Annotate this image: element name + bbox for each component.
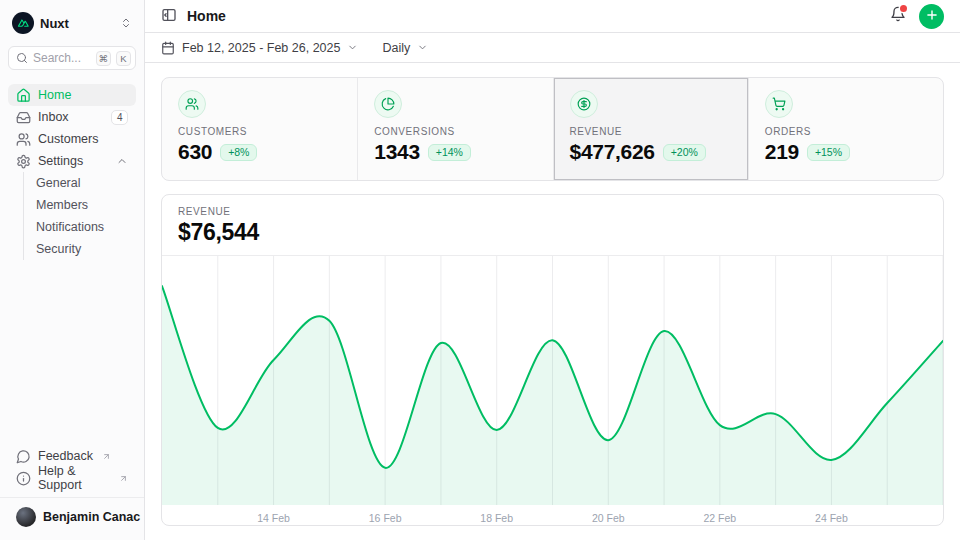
gear-icon — [16, 154, 31, 169]
house-icon — [16, 88, 31, 103]
pie-chart-icon — [374, 90, 402, 118]
main-area: Home Feb 12, 2 — [145, 0, 960, 540]
add-button[interactable] — [919, 4, 944, 29]
chevron-down-icon — [417, 42, 428, 53]
kbd-meta: ⌘ — [96, 51, 112, 66]
calendar-icon — [161, 41, 175, 55]
stat-delta-badge: +15% — [807, 144, 850, 161]
external-link-icon — [102, 452, 111, 461]
search-placeholder: Search... — [33, 51, 91, 65]
sidebar-item-notifications[interactable]: Notifications — [24, 216, 136, 238]
sidebar-item-settings[interactable]: Settings — [8, 150, 136, 172]
panel-left-close-icon — [161, 7, 177, 26]
topbar: Home — [145, 0, 960, 33]
stat-label: ORDERS — [765, 126, 927, 137]
date-range-picker[interactable]: Feb 12, 2025 - Feb 26, 2025 — [161, 41, 358, 55]
sidebar-item-label: Feedback — [38, 449, 93, 463]
filter-toolbar: Feb 12, 2025 - Feb 26, 2025 Daily — [145, 33, 960, 63]
date-range-value: Feb 12, 2025 - Feb 26, 2025 — [182, 41, 340, 55]
collapse-sidebar-button[interactable] — [161, 7, 177, 26]
stat-value: 219 — [765, 140, 799, 164]
sidebar-user-section: Benjamin Canac — [0, 497, 144, 532]
stat-value: 1343 — [374, 140, 420, 164]
stat-label: CONVERSIONS — [374, 126, 536, 137]
external-link-icon — [119, 474, 128, 483]
sidebar-item-inbox[interactable]: Inbox 4 — [8, 106, 136, 128]
search-input[interactable]: Search... ⌘ K — [8, 46, 136, 70]
users-icon — [178, 90, 206, 118]
topbar-actions — [890, 4, 944, 29]
user-avatar — [16, 507, 36, 527]
notification-dot — [900, 5, 907, 12]
chart-metric-label: REVENUE — [178, 206, 927, 217]
user-name: Benjamin Canac — [43, 510, 140, 524]
stat-card-conversions[interactable]: CONVERSIONS 1343 +14% — [357, 78, 552, 180]
cart-icon — [765, 90, 793, 118]
period-select[interactable]: Daily — [382, 41, 428, 55]
x-axis-tick-label: 22 Feb — [704, 512, 737, 524]
x-axis-tick-label: 18 Feb — [480, 512, 513, 524]
chevron-up-icon — [116, 155, 128, 167]
nuxt-logo-icon — [12, 12, 34, 34]
sidebar-item-label: Home — [38, 88, 71, 102]
revenue-area-chart[interactable]: 14 Feb16 Feb18 Feb20 Feb22 Feb24 Feb — [162, 256, 943, 526]
message-circle-icon — [16, 449, 31, 464]
stat-value: $477,626 — [570, 140, 655, 164]
sidebar-item-label: Customers — [38, 132, 98, 146]
sidebar: Nuxt Search... ⌘ K Home — [0, 0, 145, 540]
kbd-key: K — [116, 51, 131, 66]
stat-value: 630 — [178, 140, 212, 164]
stats-row: CUSTOMERS 630 +8% CONVERSIONS 1343 +14% — [161, 77, 944, 181]
sidebar-item-label: Settings — [38, 154, 83, 168]
user-menu-button[interactable]: Benjamin Canac — [8, 505, 136, 529]
stat-delta-badge: +14% — [428, 144, 471, 161]
dollar-circle-icon — [570, 90, 598, 118]
stat-card-revenue[interactable]: REVENUE $477,626 +20% — [553, 78, 748, 180]
dashboard-app: Nuxt Search... ⌘ K Home — [0, 0, 960, 540]
chart-header: REVENUE $76,544 — [162, 195, 943, 256]
sidebar-spacer — [8, 260, 136, 445]
info-circle-icon — [16, 471, 31, 486]
sidebar-item-label: Inbox — [38, 110, 69, 124]
stat-delta-badge: +8% — [220, 144, 257, 161]
stat-card-customers[interactable]: CUSTOMERS 630 +8% — [162, 78, 357, 180]
sidebar-item-label: Help & Support — [38, 464, 110, 492]
x-axis-tick-label: 16 Feb — [369, 512, 402, 524]
workspace-name: Nuxt — [40, 16, 114, 31]
workspace-switcher[interactable]: Nuxt — [8, 8, 136, 46]
content: CUSTOMERS 630 +8% CONVERSIONS 1343 +14% — [145, 63, 960, 540]
page-title: Home — [187, 8, 226, 24]
x-axis-tick-label: 14 Feb — [257, 512, 290, 524]
inbox-count-badge: 4 — [111, 110, 128, 125]
sidebar-item-help-support[interactable]: Help & Support — [8, 467, 136, 489]
revenue-chart-card: REVENUE $76,544 14 Feb16 Feb18 Feb20 Feb… — [161, 194, 944, 526]
period-value: Daily — [382, 41, 410, 55]
chevron-down-icon — [347, 42, 358, 53]
stat-label: CUSTOMERS — [178, 126, 341, 137]
users-icon — [16, 132, 31, 147]
inbox-icon — [16, 110, 31, 125]
sidebar-nav: Home Inbox 4 Customers Settings — [8, 84, 136, 260]
chevrons-up-down-icon — [120, 17, 132, 29]
plus-icon — [925, 8, 939, 25]
stat-delta-badge: +20% — [663, 144, 706, 161]
sidebar-item-home[interactable]: Home — [8, 84, 136, 106]
x-axis-tick-label: 20 Feb — [592, 512, 625, 524]
sidebar-item-customers[interactable]: Customers — [8, 128, 136, 150]
settings-children: General Members Notifications Security — [23, 172, 136, 260]
stat-label: REVENUE — [570, 126, 732, 137]
sidebar-item-members[interactable]: Members — [24, 194, 136, 216]
x-axis-tick-label: 24 Feb — [815, 512, 848, 524]
notifications-button[interactable] — [890, 6, 906, 26]
stat-card-orders[interactable]: ORDERS 219 +15% — [748, 78, 943, 180]
sidebar-item-security[interactable]: Security — [24, 238, 136, 260]
chart-metric-value: $76,544 — [178, 219, 927, 246]
sidebar-item-general[interactable]: General — [24, 172, 136, 194]
search-icon — [16, 52, 28, 64]
